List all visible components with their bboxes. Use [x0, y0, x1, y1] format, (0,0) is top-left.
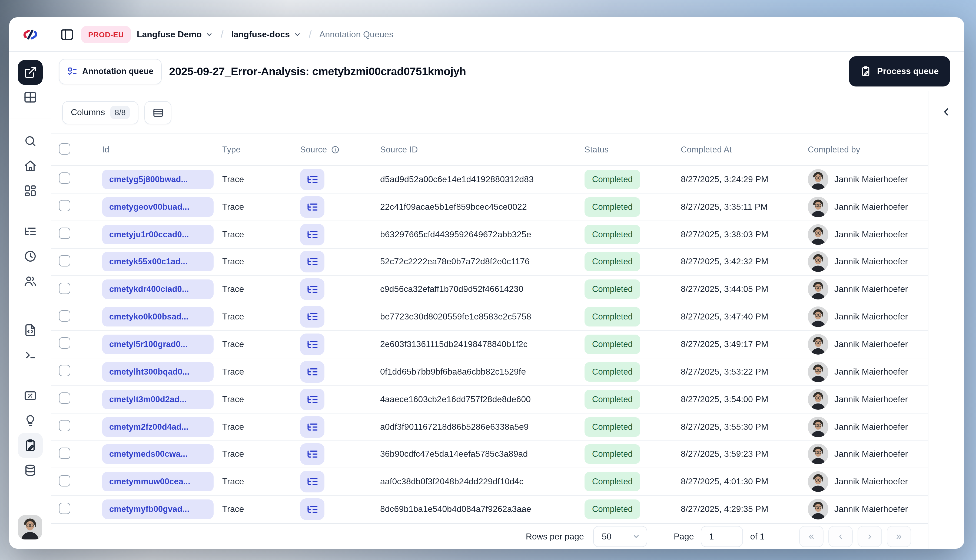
sidebar-item-tracing[interactable]: [18, 219, 42, 244]
table-row[interactable]: cmetyk55x00c1ad... Trace 52c72c2222ea78e…: [52, 248, 928, 276]
row-checkbox[interactable]: [59, 392, 70, 404]
sidebar-item-datasets[interactable]: [18, 458, 42, 483]
open-external-button[interactable]: [18, 60, 42, 85]
sidebar-item-search[interactable]: [18, 128, 42, 153]
row-checkbox[interactable]: [59, 310, 70, 322]
sidebar-item-dashboards[interactable]: [18, 178, 42, 203]
table-row[interactable]: cmetyl5r100grad0... Trace 2e603f31361115…: [52, 331, 928, 358]
users-icon: [23, 275, 37, 288]
item-id-link[interactable]: cmetyl5r100grad0...: [102, 335, 214, 354]
item-id-link[interactable]: cmetymmuw00cea...: [102, 472, 214, 492]
trace-source-button[interactable]: [300, 388, 324, 410]
trace-source-button[interactable]: [300, 168, 324, 190]
type-cell: Trace: [222, 367, 300, 377]
table-row[interactable]: cmetylt3m00d2ad... Trace 4aaece1603cb2e1…: [52, 386, 928, 413]
row-checkbox[interactable]: [59, 420, 70, 432]
table-row[interactable]: cmetykdr400ciad0... Trace c9d56ca32efaff…: [52, 276, 928, 303]
sidebar-item-evaluation[interactable]: [18, 383, 42, 408]
table-row[interactable]: cmetym2fz00d4ad... Trace a0df3f901167218…: [52, 413, 928, 441]
table-row[interactable]: cmetyju1r00ccad0... Trace b63297665cfd44…: [52, 221, 928, 248]
table-row[interactable]: cmetyko0k00bsad... Trace be7723e30d80205…: [52, 303, 928, 331]
item-id-link[interactable]: cmetyg5j800bwad...: [102, 170, 214, 189]
sidebar-item-users[interactable]: [18, 268, 42, 293]
columns-button[interactable]: Columns 8/8: [62, 101, 139, 124]
completed-at-cell: 8/27/2025, 3:42:32 PM: [681, 257, 808, 267]
trace-source-button[interactable]: [300, 251, 324, 273]
trace-source-button[interactable]: [300, 278, 324, 300]
row-checkbox[interactable]: [59, 338, 70, 349]
table-row[interactable]: cmetymmuw00cea... Trace aaf0c38db0f3f204…: [52, 468, 928, 496]
page-input[interactable]: 1: [701, 526, 743, 547]
collapse-panel-button[interactable]: [937, 103, 956, 121]
trace-source-button[interactable]: [300, 471, 324, 492]
process-queue-button[interactable]: Process queue: [849, 56, 950, 87]
database-icon: [23, 464, 37, 477]
completed-at-cell: 8/27/2025, 3:55:30 PM: [681, 422, 808, 432]
completed-by-cell: Jannik Maierhoefer: [808, 169, 928, 190]
org-switcher[interactable]: Langfuse Demo: [137, 30, 213, 39]
item-id-link[interactable]: cmetyko0k00bsad...: [102, 307, 214, 327]
table-row[interactable]: cmetyg5j800bwad... Trace d5ad9d52a00c6e1…: [52, 166, 928, 193]
table-row[interactable]: cmetylht300bqad0... Trace 0f1dd65b7bb9bf…: [52, 358, 928, 386]
trace-source-button[interactable]: [300, 196, 324, 218]
sidebar-item-tables[interactable]: [18, 85, 42, 110]
trace-source-button[interactable]: [300, 333, 324, 355]
trace-source-button[interactable]: [300, 416, 324, 438]
table-row[interactable]: cmetygeov00buad... Trace 22c41f09acae5b1…: [52, 193, 928, 221]
row-checkbox[interactable]: [59, 173, 70, 184]
sidebar-item-playground[interactable]: [18, 343, 42, 368]
item-id-link[interactable]: cmetykdr400ciad0...: [102, 280, 214, 299]
row-checkbox[interactable]: [59, 448, 70, 459]
completed-at-cell: 8/27/2025, 3:53:22 PM: [681, 367, 808, 377]
trace-source-button[interactable]: [300, 443, 324, 465]
table-row[interactable]: cmetymyfb00gvad... Trace 8dc69b1ba1e540b…: [52, 496, 928, 523]
type-cell: Trace: [222, 175, 300, 184]
completed-by-name: Jannik Maierhoefer: [834, 257, 908, 267]
row-checkbox[interactable]: [59, 475, 70, 486]
sidebar-toggle-button[interactable]: [59, 26, 75, 42]
breadcrumb: PROD-EU Langfuse Demo / langfuse-docs / …: [52, 17, 964, 52]
sidebar-item-annotation-queues[interactable]: [18, 433, 42, 458]
project-switcher[interactable]: langfuse-docs: [231, 30, 301, 39]
row-height-button[interactable]: [145, 101, 172, 124]
breadcrumb-separator: /: [307, 28, 314, 40]
status-badge: Completed: [584, 472, 640, 492]
first-page-button[interactable]: «: [799, 526, 824, 547]
item-id-link[interactable]: cmetyju1r00ccad0...: [102, 225, 214, 244]
user-avatar[interactable]: [18, 515, 42, 540]
previous-page-button[interactable]: ‹: [828, 526, 853, 547]
row-checkbox[interactable]: [59, 283, 70, 294]
item-id-link[interactable]: cmetylt3m00d2ad...: [102, 390, 214, 409]
sidebar-item-insights[interactable]: [18, 408, 42, 433]
item-id-link[interactable]: cmetylht300bqad0...: [102, 362, 214, 382]
item-id-link[interactable]: cmetymyfb00gvad...: [102, 500, 214, 519]
info-icon[interactable]: [330, 145, 339, 154]
row-checkbox[interactable]: [59, 200, 70, 212]
item-id-link[interactable]: cmetyk55x00c1ad...: [102, 252, 214, 272]
item-id-link[interactable]: cmetymeds00cwa...: [102, 445, 214, 464]
rows-per-page-select[interactable]: 50: [593, 526, 647, 547]
sidebar-item-home[interactable]: [18, 153, 42, 178]
last-page-button[interactable]: »: [887, 526, 911, 547]
row-checkbox[interactable]: [59, 255, 70, 267]
item-id-link[interactable]: cmetym2fz00d4ad...: [102, 417, 214, 437]
row-checkbox[interactable]: [59, 365, 70, 377]
trace-source-button[interactable]: [300, 361, 324, 383]
completed-by-cell: Jannik Maierhoefer: [808, 197, 928, 217]
avatar: [808, 252, 828, 272]
row-checkbox[interactable]: [59, 228, 70, 239]
sidebar-item-sessions[interactable]: [18, 244, 42, 268]
completed-by-cell: Jannik Maierhoefer: [808, 499, 928, 520]
table-row[interactable]: cmetymeds00cwa... Trace 36b90cdfc47e5da1…: [52, 441, 928, 468]
status-badge: Completed: [584, 500, 640, 519]
row-checkbox[interactable]: [59, 502, 70, 514]
next-page-button[interactable]: ›: [858, 526, 882, 547]
avatar: [808, 389, 828, 410]
trace-source-button[interactable]: [300, 498, 324, 520]
sidebar-item-prompts[interactable]: [18, 318, 42, 343]
completed-by-name: Jannik Maierhoefer: [834, 175, 908, 184]
trace-source-button[interactable]: [300, 306, 324, 328]
item-id-link[interactable]: cmetygeov00buad...: [102, 197, 214, 217]
select-all-checkbox[interactable]: [59, 143, 70, 154]
trace-source-button[interactable]: [300, 223, 324, 245]
